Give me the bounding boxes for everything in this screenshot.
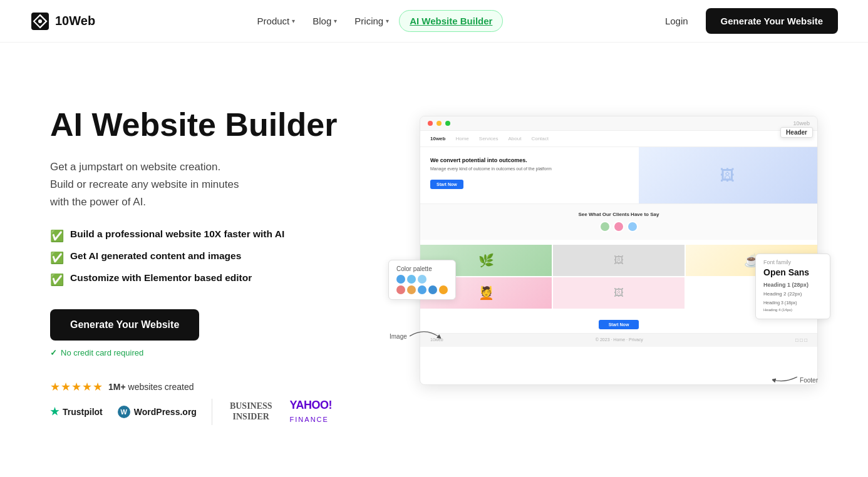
- heading-2-size: Heading 2 (22px): [763, 290, 822, 299]
- color-swatches-row1: [396, 275, 448, 284]
- social-proof: ★★★★★ 1M+ websites created ★ Trustpilot …: [50, 380, 363, 425]
- font-family-label: Font family: [763, 259, 822, 265]
- business-insider-logo: BUSINESSINSIDER: [230, 401, 272, 423]
- heading-1-size: Heading 1 (28px): [763, 280, 822, 290]
- font-name: Open Sans: [763, 267, 822, 277]
- close-dot: [428, 121, 433, 126]
- preview-footer: 10web © 2023 · Home · Privacy □ □ □: [420, 333, 817, 347]
- footer-label: Footer: [800, 377, 818, 384]
- preview-hero-area: We convert potential into outcomes. Mana…: [420, 147, 817, 203]
- preview-grid-image-2: 🖼: [553, 245, 685, 276]
- preview-hero-content: We convert potential into outcomes. Mana…: [420, 147, 639, 203]
- preview-nav: 10web Home Services About Contact: [420, 131, 817, 147]
- color-palette-card: Color palette: [388, 260, 456, 300]
- header-annotation: Header: [780, 127, 813, 138]
- hero-section: AI Website Builder Get a jumpstart on we…: [0, 43, 868, 477]
- hero-title: AI Website Builder: [50, 107, 363, 143]
- avatar-2: [613, 221, 624, 232]
- trustpilot-star-icon: ★: [50, 406, 59, 418]
- feature-item: ✅ Get AI generated content and images: [50, 250, 363, 265]
- color-swatch-4: [396, 285, 405, 294]
- check-icon: ✅: [50, 229, 64, 243]
- generate-button[interactable]: Generate Your Website: [706, 8, 838, 34]
- hero-illustration: 10web 10web Home Services About Contact …: [388, 110, 818, 423]
- preview-footer-controls: □ □ □: [795, 337, 807, 343]
- preview-footer-ctrl: □ □ □: [795, 337, 807, 343]
- check-icon: ✅: [50, 273, 64, 287]
- font-family-card: Font family Open Sans Heading 1 (28px) H…: [755, 254, 830, 319]
- image-label: Image: [390, 333, 407, 340]
- media-logos: BUSINESSINSIDER YAHOO!FINANCE: [212, 399, 332, 425]
- color-swatch-6: [418, 285, 426, 294]
- chevron-down-icon: ▾: [334, 18, 337, 24]
- chevron-down-icon: ▾: [386, 18, 389, 24]
- builder-illustration: 10web 10web Home Services About Contact …: [388, 110, 818, 423]
- stat-text: 1M+ websites created: [108, 382, 194, 392]
- hero-subtitle: Get a jumpstart on website creation. Bui…: [50, 158, 363, 211]
- nav-product[interactable]: Product ▾: [250, 11, 303, 31]
- preview-nav-contact: Contact: [531, 136, 549, 141]
- navbar: 10Web Product ▾ Blog ▾ Pricing ▾ AI Webs…: [0, 0, 868, 43]
- hero-cta-button[interactable]: Generate Your Website: [50, 309, 199, 341]
- website-preview: 10web 10web Home Services About Contact …: [420, 116, 818, 385]
- nav-links: Product ▾ Blog ▾ Pricing ▾ AI Website Bu…: [250, 10, 504, 32]
- check-icon: ✅: [50, 251, 64, 265]
- color-swatch-7: [428, 285, 437, 294]
- preview-nav-home: Home: [455, 136, 468, 141]
- arrow-icon: [410, 330, 441, 342]
- color-swatches-row2: [396, 285, 448, 294]
- avatar-3: [627, 221, 638, 232]
- preview-nav-about: About: [509, 136, 522, 141]
- feature-item: ✅ Customize with Elementor based editor: [50, 272, 363, 287]
- logos-row: ★ Trustpilot W WordPress.org BUSINESSINS…: [50, 399, 363, 425]
- hero-content: AI Website Builder Get a jumpstart on we…: [50, 107, 363, 424]
- nav-blog[interactable]: Blog ▾: [305, 11, 344, 31]
- preview-start-btn: Start Now: [599, 320, 639, 329]
- heading-4-size: Heading 4 (14px): [763, 307, 822, 314]
- chevron-down-icon: ▾: [292, 18, 295, 24]
- preview-testimonials: See What Our Clients Have to Say: [420, 203, 817, 240]
- header-label: Header: [780, 127, 813, 138]
- nav-ai-builder[interactable]: AI Website Builder: [399, 10, 503, 32]
- no-credit-card-note: No credit card required: [50, 348, 363, 357]
- hero-features: ✅ Build a professional website 10X faste…: [50, 228, 363, 287]
- heading-3-size: Heading 3 (18px): [763, 299, 822, 307]
- color-palette-label: Color palette: [396, 265, 432, 272]
- wordpress-logo: W WordPress.org: [118, 406, 197, 418]
- preview-hero-title: We convert potential into outcomes.: [430, 157, 629, 163]
- preview-domain: 10web: [793, 120, 810, 126]
- brand-name: 10Web: [55, 14, 95, 28]
- image-annotation: Image: [390, 330, 441, 342]
- nav-pricing[interactable]: Pricing ▾: [347, 11, 396, 31]
- minimize-dot: [437, 121, 442, 126]
- color-swatch-3: [418, 275, 426, 284]
- preview-topbar: 10web: [420, 116, 817, 131]
- login-button[interactable]: Login: [658, 11, 696, 31]
- color-swatch-8: [439, 285, 448, 294]
- preview-hero-cta: Start Now: [430, 180, 463, 189]
- yahoo-finance-logo: YAHOO!FINANCE: [290, 399, 332, 425]
- preview-hero-image: 🖼: [639, 147, 817, 203]
- preview-brand: 10web: [430, 136, 445, 141]
- footer-arrow-icon: [772, 374, 797, 386]
- wp-icon: W: [118, 406, 130, 418]
- svg-point-1: [38, 19, 42, 23]
- preview-grid-image-5: 🖼: [553, 277, 685, 309]
- preview-avatars: [430, 221, 807, 232]
- preview-testimonials-title: See What Our Clients Have to Say: [430, 212, 807, 217]
- color-swatch-1: [396, 275, 405, 284]
- stars-row: ★★★★★ 1M+ websites created: [50, 380, 363, 394]
- logo[interactable]: 10Web: [30, 11, 95, 31]
- color-swatch-2: [407, 275, 416, 284]
- maximize-dot: [445, 121, 450, 126]
- preview-hero-subtitle: Manage every kind of outcome in outcomes…: [430, 166, 629, 172]
- logo-icon: [30, 11, 50, 31]
- heading-sizes: Heading 1 (28px) Heading 2 (22px) Headin…: [763, 280, 822, 314]
- avatar-1: [599, 221, 611, 232]
- image-placeholder-icon: 🖼: [720, 167, 735, 184]
- star-rating: ★★★★★: [50, 380, 103, 394]
- preview-footer-links: © 2023 · Home · Privacy: [596, 337, 643, 343]
- trustpilot-logo: ★ Trustpilot: [50, 406, 103, 418]
- footer-annotation: Footer: [772, 374, 818, 386]
- feature-item: ✅ Build a professional website 10X faste…: [50, 228, 363, 243]
